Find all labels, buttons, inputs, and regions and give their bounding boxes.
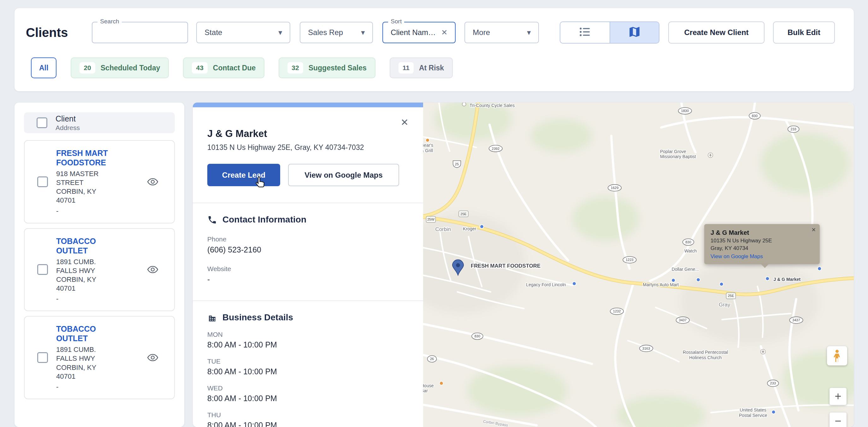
client-info: FRESH MART FOODSTORE918 MASTER STREET CO… (56, 148, 112, 215)
quick-filter-scheduled-today[interactable]: 20Scheduled Today (71, 57, 169, 78)
quick-filter-suggested-sales[interactable]: 32Suggested Sales (279, 57, 375, 78)
hours-list: MON8:00 AM - 10:00 PMTUE8:00 AM - 10:00 … (207, 331, 409, 427)
infowindow-close-icon[interactable]: ✕ (811, 226, 816, 233)
pegman-control[interactable] (827, 346, 847, 365)
row-checkbox[interactable] (37, 352, 48, 363)
client-name-link[interactable]: FRESH MART FOODSTORE (56, 148, 112, 167)
map-marker-dot[interactable] (772, 410, 776, 414)
list-view-button[interactable] (560, 22, 610, 43)
quick-filter-row: All20Scheduled Today43Contact Due32Sugge… (14, 57, 854, 78)
pegman-icon (832, 349, 842, 363)
row-checkbox[interactable] (37, 264, 48, 275)
map-marker-dot[interactable] (572, 282, 576, 285)
contact-information-heading: Contact Information (222, 215, 306, 225)
route-shield: 1629 (608, 185, 621, 191)
client-name-link[interactable]: TOBACCO OUTLET (56, 236, 112, 255)
map-view-button[interactable] (610, 22, 659, 43)
filter-label: At Risk (419, 64, 444, 72)
filter-count-badge: 43 (192, 62, 207, 73)
client-row[interactable]: TOBACCO OUTLET1891 CUMB. FALLS HWY CORBI… (24, 316, 175, 399)
divider (193, 300, 423, 301)
zoom-out-button[interactable]: − (830, 413, 846, 427)
view-on-map-button[interactable] (147, 178, 158, 186)
view-toggle-group (560, 22, 659, 43)
svg-text:1830: 1830 (681, 109, 689, 113)
search-input[interactable] (100, 22, 180, 42)
sort-label: Sort (388, 18, 404, 25)
map-canvas[interactable]: CorbinGrayTri-County Cycle SalesBear's& … (423, 102, 854, 427)
column-header-client: Client (56, 114, 80, 123)
client-address: 918 MASTER STREET CORBIN, KY 40701 (56, 170, 112, 205)
map-poi-label: Rossaland PentecostalHoliness Church (683, 350, 728, 360)
hours-time-value: 8:00 AM - 10:00 PM (207, 394, 409, 403)
detail-and-map-card: ✕ J & G Market 10135 N Us Highway 25E, G… (193, 102, 854, 427)
map-marker-dot[interactable] (766, 277, 769, 280)
quick-filter-at-risk[interactable]: 11At Risk (390, 57, 453, 78)
map-marker-dot[interactable] (480, 225, 484, 228)
infowindow-maps-link[interactable]: View on Google Maps (711, 253, 813, 260)
map-poi-label: Legacy Ford Lincoln (526, 282, 566, 287)
hours-time-value: 8:00 AM - 10:00 PM (207, 340, 409, 349)
map-marker-dot[interactable] (720, 282, 723, 286)
client-list-header: Client Address (24, 112, 175, 133)
route-shield: 3163 (640, 345, 653, 352)
view-on-google-maps-button[interactable]: View on Google Maps (288, 164, 399, 186)
zoom-in-button[interactable]: + (830, 388, 846, 405)
eye-icon (147, 178, 158, 186)
hours-time-value: 8:00 AM - 10:00 PM (207, 421, 409, 427)
business-details-heading: Business Details (222, 312, 293, 323)
map-marker-dot[interactable] (817, 267, 821, 271)
church-poi-icon (708, 153, 713, 157)
svg-text:233: 233 (791, 127, 796, 131)
bulk-edit-button[interactable]: Bulk Edit (773, 22, 835, 43)
clear-sort-icon[interactable]: ✕ (441, 28, 447, 37)
infowindow-address-line1: 10135 N Us Highway 25E (711, 238, 813, 244)
close-detail-icon[interactable]: ✕ (401, 118, 409, 127)
svg-text:233: 233 (770, 381, 776, 385)
client-row[interactable]: FRESH MART FOODSTORE918 MASTER STREET CO… (24, 140, 175, 223)
route-shield: 830 (749, 113, 761, 119)
client-extra: - (56, 207, 112, 215)
map-town-label: Corbin (435, 226, 451, 232)
svg-text:830: 830 (752, 114, 757, 118)
svg-text:25W: 25W (427, 217, 434, 221)
filter-label: All (39, 64, 48, 72)
create-lead-button[interactable]: Create Lead (207, 164, 280, 186)
route-shield: 233 (788, 126, 799, 132)
quick-filter-contact-due[interactable]: 43Contact Due (183, 57, 265, 78)
client-name-link[interactable]: TOBACCO OUTLET (56, 324, 112, 343)
map-marker-dot[interactable] (439, 381, 443, 385)
page-title: Clients (26, 26, 68, 40)
map-pin-label: FRESH MART FOODSTORE (471, 263, 540, 269)
divider (193, 203, 423, 203)
state-select[interactable]: State ▾ (196, 22, 290, 43)
filter-label: Contact Due (213, 64, 255, 72)
hours-day-label: TUE (207, 358, 409, 365)
more-filters-select[interactable]: More ▾ (464, 22, 539, 43)
view-on-map-button[interactable] (147, 266, 158, 274)
map-marker-dot[interactable] (696, 278, 700, 281)
client-info: TOBACCO OUTLET1891 CUMB. FALLS HWY CORBI… (56, 236, 112, 303)
search-label: Search (97, 18, 122, 25)
search-field[interactable]: Search (92, 22, 188, 43)
map-marker-dot[interactable] (426, 138, 429, 142)
view-on-map-button[interactable] (147, 354, 158, 362)
svg-text:2392: 2392 (492, 147, 500, 151)
hours-day-label: MON (207, 331, 409, 338)
sort-select[interactable]: Sort Client Name... ✕ (382, 22, 456, 43)
client-extra: - (56, 383, 112, 391)
sales-rep-select[interactable]: Sales Rep ▾ (300, 22, 373, 43)
map-marker-dot[interactable] (672, 278, 675, 282)
client-row[interactable]: TOBACCO OUTLET1891 CUMB. FALLS HWY CORBI… (24, 228, 175, 311)
client-detail-panel: ✕ J & G Market 10135 N Us Highway 25E, G… (193, 102, 423, 427)
hours-day-label: WED (207, 385, 409, 392)
select-all-checkbox[interactable] (37, 117, 47, 128)
eye-icon (147, 354, 158, 362)
sales-rep-select-label: Sales Rep (308, 28, 343, 37)
create-new-client-button[interactable]: Create New Client (668, 22, 765, 43)
route-shield: 25E (459, 211, 468, 217)
infowindow-tail (761, 264, 769, 272)
row-checkbox[interactable] (37, 176, 48, 187)
quick-filter-all[interactable]: All (31, 57, 57, 78)
svg-text:830: 830 (685, 240, 691, 244)
